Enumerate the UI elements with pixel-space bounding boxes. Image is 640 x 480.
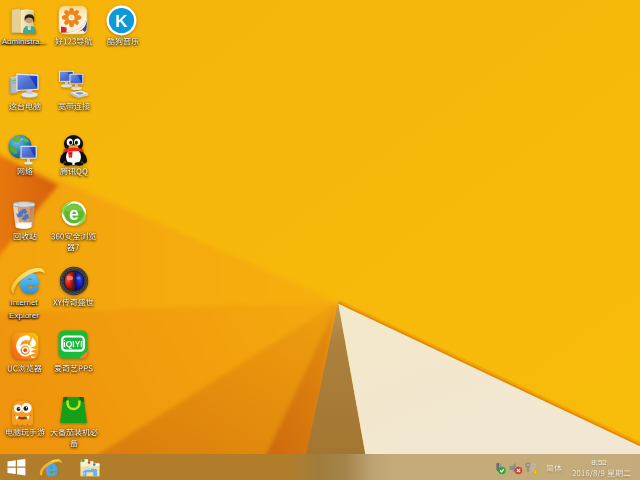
svg-text:e: e xyxy=(69,204,79,224)
svg-text:iQIYI: iQIYI xyxy=(63,339,82,349)
svg-text:K: K xyxy=(115,12,128,31)
